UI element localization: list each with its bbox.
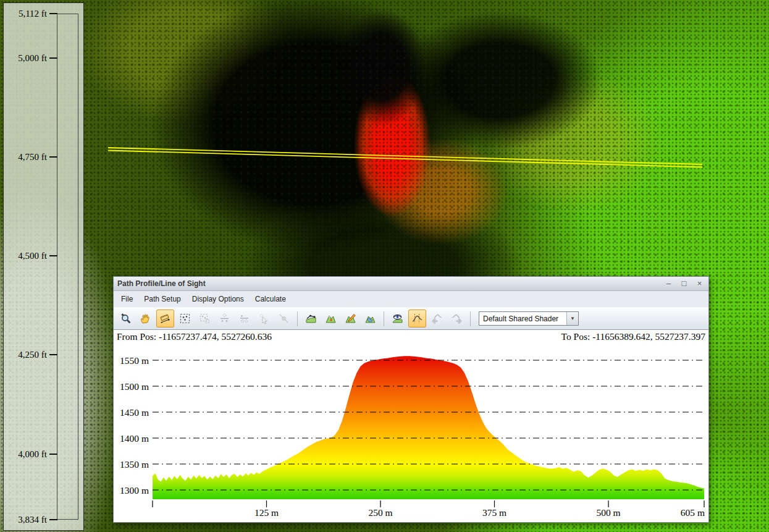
svg-text:1300 m: 1300 m [120,485,149,496]
svg-text:500 m: 500 m [596,507,620,518]
svg-text:375 m: 375 m [482,507,506,518]
terrain-peak-tool[interactable] [322,310,340,327]
window-title: Path Profile/Line of Sight [117,279,663,288]
svg-text:1400 m: 1400 m [120,433,149,444]
svg-text:125 m: 125 m [254,507,279,518]
legend-tick-mark [49,57,57,59]
select-multi-tool[interactable] [196,310,214,327]
terrain-wrench-tool[interactable] [361,310,379,327]
elevation-legend: 5,112 ft5,000 ft4,750 ft4,500 ft4,250 ft… [3,2,84,531]
measure-path-tool[interactable] [156,310,174,327]
toolbar: Default Shared Shader▼ [114,307,708,329]
legend-label: 4,750 ft [5,151,47,163]
toolbar-separator [297,311,298,326]
profile-panel: 1550 m1500 m1450 m1400 m1350 m1300 m125 … [114,329,708,522]
vertex-below-line-tool[interactable] [235,310,253,327]
maximize-button[interactable]: □ [679,279,689,289]
view-shed-tool[interactable] [389,310,406,327]
profile-display-toggle[interactable] [408,310,426,327]
menu-path-setup[interactable]: Path Setup [138,293,186,305]
terrain-draw-tool[interactable] [342,310,359,327]
svg-text:250 m: 250 m [368,507,392,518]
zoom-tool[interactable] [117,310,135,327]
menu-file[interactable]: File [116,293,138,305]
pan-tool[interactable] [137,310,154,327]
svg-text:1350 m: 1350 m [120,459,149,470]
pick-line-point-tool[interactable] [275,310,293,327]
legend-tick-mark [49,519,57,520]
legend-label: 5,000 ft [5,53,47,64]
legend-tick-mark [49,354,57,355]
svg-text:1450 m: 1450 m [120,407,149,418]
vertex-above-line-tool[interactable] [216,310,233,327]
window-titlebar[interactable]: Path Profile/Line of Sight –□× [114,277,708,291]
svg-text:605 m: 605 m [681,507,705,518]
legend-tick-mark [49,454,57,455]
menu-calculate[interactable]: Calculate [250,293,292,305]
from-pos-label: From Pos: -11657237.474, 5527260.636 [117,331,272,342]
legend-tick-mark [49,255,57,256]
profile-prev-button[interactable] [428,310,446,327]
svg-text:1500 m: 1500 m [120,381,149,392]
elevation-gradient-bar [57,14,78,520]
profile-chart[interactable]: 1550 m1500 m1450 m1400 m1350 m1300 m125 … [114,330,708,522]
menu-bar: FilePath SetupDisplay OptionsCalculate [114,291,708,307]
legend-tick-mark [49,156,57,158]
legend-tick-mark [49,13,57,14]
chevron-down-icon[interactable]: ▼ [566,312,578,325]
toolbar-separator [384,311,384,326]
menu-display-options[interactable]: Display Options [187,293,250,305]
legend-label: 3,834 ft [5,514,47,525]
svg-text:1550 m: 1550 m [120,355,149,366]
path-profile-tool[interactable] [302,310,320,327]
legend-label: 4,250 ft [5,349,47,360]
minimize-button[interactable]: – [663,279,674,289]
select-arrow-tool[interactable] [255,310,273,327]
profile-next-button[interactable] [448,310,466,327]
shader-dropdown[interactable]: Default Shared Shader▼ [479,311,579,326]
close-button[interactable]: × [694,279,705,289]
screenshot-root: 5,112 ft5,000 ft4,750 ft4,500 ft4,250 ft… [0,0,769,532]
shader-dropdown-value: Default Shared Shader [479,315,566,323]
legend-label: 4,500 ft [5,250,47,261]
to-pos-label: To Pos: -11656389.642, 5527237.397 [561,331,705,342]
select-box-tool[interactable] [176,310,194,327]
toolbar-separator [470,311,471,326]
legend-label: 4,000 ft [5,449,47,460]
legend-label: 5,112 ft [5,8,47,19]
path-profile-window: Path Profile/Line of Sight –□× FilePath … [113,276,709,523]
